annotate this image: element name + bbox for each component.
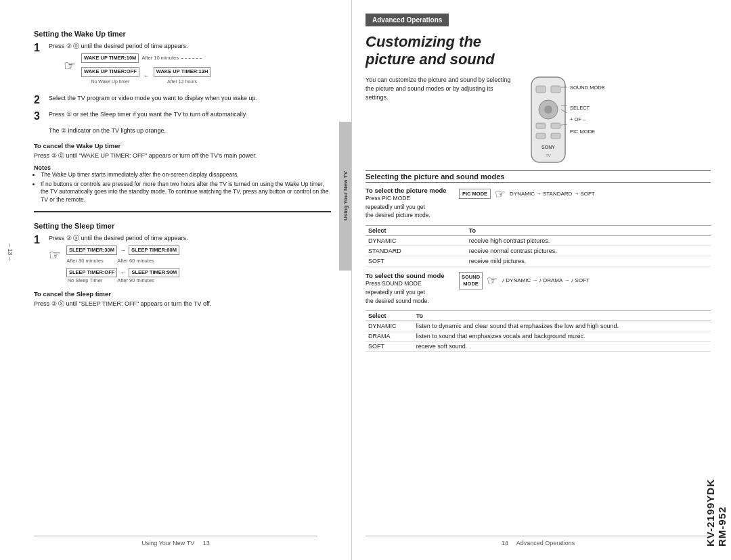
- margin-number: – 13 –: [7, 243, 14, 260]
- wake-up-timer-section: Setting the Wake Up timer 1 Press ② ⓪ un…: [34, 30, 331, 204]
- sleep-timer-section: Setting the Sleep timer 1 Press ② ⓧ unti…: [34, 222, 331, 308]
- table-row: DRAMA listen to sound that emphasizes vo…: [366, 331, 711, 342]
- title-line-1: Customizing the: [366, 33, 711, 51]
- dashed-line-1: [181, 58, 202, 59]
- sleep-timer-diagram: ☞ SLEEP TIMER:30M → SLEEP TIMER:60M Afte…: [49, 246, 331, 285]
- step-3-num: 3: [34, 110, 45, 122]
- sound-row-3-select: SOFT: [366, 342, 414, 352]
- box-sleep-90m: SLEEP TIMER:90M: [129, 268, 179, 278]
- sleep-row-bottom: SLEEP TIMER:OFF ← SLEEP TIMER:90M: [66, 268, 179, 278]
- box-wake-10m: WAKE UP TIMER:10M: [81, 53, 139, 64]
- sleep-row-top-subs: After 30 minutes After 60 minutes: [66, 258, 179, 265]
- select-label: SELECT: [570, 103, 605, 114]
- svg-text:TV: TV: [546, 154, 551, 158]
- cancel-wake-up-text: Press ② ⓪ until "WAKE UP TIMER: OFF" app…: [34, 151, 331, 160]
- pic-mode-arrows: DYNAMIC → STANDARD → SOFT: [510, 191, 595, 197]
- dynamic-label: DYNAMIC: [510, 191, 535, 197]
- sound-dynamic-label: ♪ DYNAMIC: [502, 277, 531, 283]
- selecting-modes-section: Selecting the picture and sound modes To…: [366, 170, 711, 352]
- step-1-row: 1 Press ② ⓪ until the desired period of …: [34, 42, 331, 90]
- svg-rect-6: [551, 123, 560, 129]
- box-wake-off-sub: No Wake Up timer: [81, 78, 139, 85]
- footer-right-text: Advanced Operations: [516, 540, 575, 546]
- table-row: SOFT receive soft sound.: [366, 342, 711, 352]
- page-footer-left: Using Your New TV 13: [34, 536, 317, 546]
- vertical-tab-text: Using Your New TV: [342, 171, 349, 220]
- sleep-step-1-content: Press ② ⓧ until the desired period of ti…: [49, 234, 331, 285]
- wake-up-timer-header: Setting the Wake Up timer: [34, 30, 331, 38]
- note-item-1: The Wake Up timer starts immediately aft…: [41, 171, 331, 179]
- step-2-row: 2 Select the TV program or video mode yo…: [34, 94, 331, 106]
- sleep-timer-header: Setting the Sleep timer: [34, 222, 331, 230]
- pic-mode-sub-header: To select the picture mode: [366, 187, 453, 194]
- sound-mode-desc1: Press SOUND MODE: [366, 279, 453, 288]
- notes-section-1: Notes The Wake Up timer starts immediate…: [34, 164, 331, 205]
- sound-mode-table: Select To DYNAMIC listen to dynamic and …: [366, 310, 711, 352]
- step-1-num: 1: [34, 42, 45, 54]
- svg-rect-2: [551, 86, 560, 93]
- pic-mode-desc2: repeatedly until you get: [366, 203, 453, 212]
- svg-rect-5: [536, 123, 546, 129]
- pic-row-2-to: receive normal contrast pictures.: [466, 246, 711, 256]
- model-number: KV-2199YDK RM-952: [705, 479, 728, 546]
- sound-table-header-to: To: [414, 311, 711, 321]
- arrow-2: →: [573, 191, 579, 197]
- sleep-step-1-num: 1: [34, 234, 45, 246]
- svg-rect-8: [551, 133, 560, 139]
- step-1-content: Press ② ⓪ until the desired period of ti…: [49, 42, 331, 90]
- sound-mode-sub-header: To select the sound mode: [366, 272, 453, 279]
- notes-label-1: Notes: [34, 164, 331, 171]
- sound-row-2-select: DRAMA: [366, 331, 414, 342]
- footer-left-text: Using Your New TV: [141, 540, 194, 546]
- indicator-note: The ② indicator on the TV lights up oran…: [49, 126, 331, 135]
- sound-mode-left: To select the sound mode Press SOUND MOD…: [366, 272, 453, 305]
- cancel-sleep-text: Press ② ⓧ until "SLEEP TIMER: OFF" appea…: [34, 300, 331, 308]
- pic-mode-desc3: the desired picture mode.: [366, 211, 453, 220]
- right-page: Advanced Operations Customizing the pict…: [352, 0, 731, 560]
- picture-mode-table: Select To DYNAMIC receive high contrast …: [366, 225, 711, 266]
- right-arrow-sleep: →: [120, 246, 126, 255]
- sound-row-2-to: listen to sound that emphasizes vocals a…: [414, 331, 711, 342]
- remote-svg: SONY TV: [521, 76, 575, 164]
- table-row: STANDARD receive normal contrast picture…: [366, 246, 711, 256]
- sleep-90m-sub: After 90 minutes: [117, 277, 154, 285]
- table-row: DYNAMIC listen to dynamic and clear soun…: [366, 321, 711, 331]
- box-wake-12h-sub: After 12 hours: [154, 78, 211, 85]
- sound-row-1-select: DYNAMIC: [366, 321, 414, 331]
- sleep-row-top: SLEEP TIMER:30M → SLEEP TIMER:60M: [66, 246, 179, 256]
- box-wake-12h: WAKE UP TIMER:12H: [154, 67, 211, 77]
- page-title: Customizing the picture and sound: [366, 33, 711, 69]
- cancel-sleep-header: To cancel the Sleep timer: [34, 290, 331, 298]
- sound-mode-right: SOUNDMODE ☞ ♪ DYNAMIC → ♪ DRAMA → ♪ SOFT: [459, 272, 590, 289]
- hand-icon-2: ☞: [49, 246, 61, 264]
- sound-mode-box: SOUNDMODE: [459, 272, 483, 289]
- sound-soft-label: ♪ SOFT: [571, 277, 590, 283]
- box-sleep-30m: SLEEP TIMER:30M: [66, 246, 117, 256]
- remote-labels: SOUND MODE SELECT + OF – PIC MODE: [570, 83, 605, 138]
- svg-rect-7: [536, 133, 546, 139]
- sleep-60m-sub: After 60 minutes: [117, 258, 154, 265]
- sleep-off-sub: No Sleep Timer: [66, 277, 104, 285]
- arrow-1: →: [536, 191, 541, 197]
- hand-icon-3: ☞: [495, 187, 506, 202]
- modes-section-header: Selecting the picture and sound modes: [366, 170, 711, 183]
- pic-mode-desc1: Press PIC MODE: [366, 194, 453, 203]
- sound-mode-block: To select the sound mode Press SOUND MOD…: [366, 272, 711, 352]
- cancel-sleep: To cancel the Sleep timer Press ② ⓧ unti…: [34, 290, 331, 308]
- footer-right-pagenum: 14: [502, 540, 508, 546]
- step-3-content: Press ① or set the Sleep timer if you wa…: [49, 110, 331, 119]
- svg-text:SONY: SONY: [541, 145, 555, 149]
- cancel-wake-up-header: To cancel the Wake Up timer: [34, 142, 331, 149]
- pic-mode-left: To select the picture mode Press PIC MOD…: [366, 187, 453, 220]
- timer-boxes: WAKE UP TIMER:10M After 10 minutes WAKE …: [81, 53, 211, 85]
- model-num-2: RM-952: [716, 479, 728, 546]
- title-line-2: picture and sound: [366, 51, 711, 68]
- svg-rect-1: [536, 86, 546, 93]
- timer-row-top: WAKE UP TIMER:10M After 10 minutes: [81, 53, 211, 64]
- page-footer-right: 14 Advanced Operations: [366, 536, 711, 546]
- of-label: + OF –: [570, 114, 605, 126]
- sound-row-1-to: listen to dynamic and clear sound that e…: [414, 321, 711, 331]
- model-num-1: KV-2199YDK: [705, 479, 716, 546]
- note-item-2: If no buttons or controls are pressed fo…: [41, 181, 331, 205]
- sound-drama-label: ♪ DRAMA: [539, 277, 562, 283]
